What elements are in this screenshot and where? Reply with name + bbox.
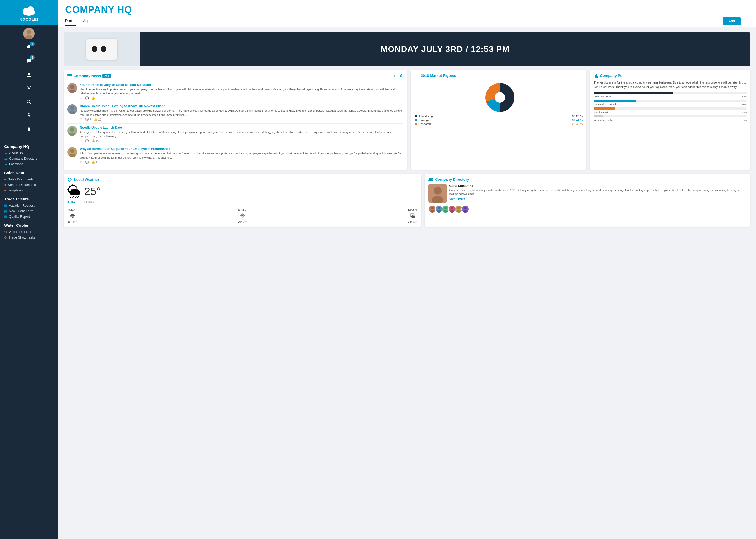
directory-featured-person: Carla Samantha Carla has been a system a… xyxy=(428,184,747,202)
news-heart-3[interactable]: ♡ xyxy=(80,139,83,143)
dir-mini-avatar-6[interactable] xyxy=(461,205,469,213)
news-like-4[interactable]: 👍 11 xyxy=(91,161,99,164)
people-icon xyxy=(26,72,32,77)
news-comment-2[interactable]: 💬 7 xyxy=(85,118,91,121)
add-button[interactable]: Add xyxy=(722,17,741,25)
advertising-dot xyxy=(415,115,417,117)
svg-point-55 xyxy=(464,206,466,209)
user-avatar[interactable] xyxy=(23,28,35,39)
market-legend: Advertising 38.20 % Strategies 32.44 % R… xyxy=(415,115,583,126)
delete-icon xyxy=(26,126,32,132)
news-delete-icon[interactable]: 🗑 xyxy=(400,74,404,78)
day-icon-may4: 🌤 xyxy=(408,212,417,219)
sidebar-item-shared-documents[interactable]: ● Shared Documents xyxy=(4,182,53,188)
svg-point-53 xyxy=(457,206,460,209)
research-dot xyxy=(415,123,417,125)
poll-widget-title: Company Poll xyxy=(594,74,747,78)
news-comment-1[interactable]: 💬 xyxy=(85,96,89,100)
news-text-4: A lot of companies are so focused on imp… xyxy=(80,152,404,159)
weather-current: 🌦 25° xyxy=(67,185,417,198)
new-client-label: New Client Form xyxy=(9,209,34,213)
poll-label-2: Farmeadow Grounds xyxy=(594,103,617,106)
day-icon-may3: ☀ xyxy=(238,212,247,219)
search-icon[interactable] xyxy=(23,96,35,108)
day-label-today: TODAY xyxy=(67,208,77,211)
tab-apps[interactable]: Apps xyxy=(83,19,91,26)
settings-icon[interactable] xyxy=(23,83,35,94)
messages-icon[interactable]: 2 xyxy=(23,55,35,67)
sidebar-item-quality-report[interactable]: ▦ Quality Report xyxy=(4,214,53,219)
news-comment-3[interactable]: 💬 xyxy=(85,139,89,143)
news-item-3: Noodle Update Launch Date An upgrade of … xyxy=(67,124,404,145)
news-comment-4[interactable]: 💬 xyxy=(85,161,89,164)
news-title-4[interactable]: Why an Intranet Can Upgrade Your Employe… xyxy=(80,147,404,151)
banner-date-text: MONDAY JULY 3RD / 12:53 PM xyxy=(140,32,750,66)
news-heart-4[interactable]: ♡ xyxy=(80,161,83,164)
news-like-2[interactable]: 👍 10 xyxy=(94,118,101,121)
news-like-3[interactable]: 👍 15 xyxy=(91,139,99,143)
svg-point-38 xyxy=(429,178,431,180)
svg-point-15 xyxy=(70,85,74,89)
sidebar-item-templates[interactable]: ● Templates xyxy=(4,188,53,193)
trash-icon[interactable] xyxy=(23,123,35,135)
sales-docs-icon: ● xyxy=(4,177,6,181)
featured-person-bio: Carla has been a system analyst with Noo… xyxy=(449,189,747,196)
weather-widget-icon xyxy=(67,177,72,182)
sidebar-item-company-directors[interactable]: ☁ Company Directors xyxy=(4,156,53,161)
content-area: MONDAY JULY 3RD / 12:53 PM Company News … xyxy=(58,27,756,539)
weather-tab-hourly[interactable]: HOURLY xyxy=(83,200,94,204)
about-us-label: About Us xyxy=(9,151,23,155)
legend-strategies: Strategies 32.44 % xyxy=(415,118,583,121)
news-reactions-2: ♡ 💬 7 👍 10 xyxy=(80,118,404,121)
svg-point-28 xyxy=(494,92,505,103)
poll-pct-1: 52% xyxy=(741,95,747,98)
quality-icon: ▦ xyxy=(4,215,7,218)
poll-widget: Company Poll The results are in for the … xyxy=(590,70,750,170)
news-heart-2[interactable]: ♡ xyxy=(80,118,83,121)
sidebar-item-about-us[interactable]: ☁ About Us xyxy=(4,150,53,156)
day-icon-today: 🌧 xyxy=(67,212,77,219)
more-options-icon[interactable]: ⋮ xyxy=(743,18,749,25)
sidebar-item-locations[interactable]: ☁ Locations xyxy=(4,161,53,167)
poll-bar-fill-2 xyxy=(594,100,637,102)
sidebar-item-trade-show[interactable]: ⊙ Trade Show Tasks xyxy=(4,235,53,240)
news-like-1[interactable]: 👍 6 xyxy=(91,96,97,100)
strategies-pct: 32.44 % xyxy=(572,118,583,121)
news-action-buttons: ⊟ 🗑 xyxy=(394,74,404,78)
contacts-icon[interactable] xyxy=(23,69,35,80)
sidebar-item-sales-documents[interactable]: ● Sales Documents xyxy=(4,177,53,182)
news-title-1[interactable]: Your Intranet Is Only as Good as Your Me… xyxy=(80,83,404,87)
notifications-icon[interactable]: 4 xyxy=(23,41,35,53)
sidebar-logo: NOODLE! xyxy=(0,0,58,25)
weather-tab-3day[interactable]: 3 DAY xyxy=(67,200,75,204)
messages-badge: 2 xyxy=(30,55,35,60)
featured-person-info: Carla Samantha Carla has been a system a… xyxy=(449,184,747,202)
news-title-3[interactable]: Noodle Update Launch Date xyxy=(80,126,404,129)
news-title-2[interactable]: Bloom Credit Union - Getting to Know Our… xyxy=(80,104,404,108)
day-label-may3: MAY 3 xyxy=(238,208,247,211)
directors-icon: ☁ xyxy=(4,157,8,161)
svg-point-54 xyxy=(456,210,461,213)
sidebar-item-vacation-request[interactable]: ▦ Vacation Request xyxy=(4,203,53,208)
news-avatar-4 xyxy=(67,147,77,157)
svg-point-47 xyxy=(437,206,440,209)
tab-portal[interactable]: Portal xyxy=(65,19,76,26)
news-add-button[interactable]: Add xyxy=(103,74,111,78)
poll-widget-icon xyxy=(594,74,598,78)
walk-icon xyxy=(26,113,32,118)
cloud-logo-icon xyxy=(22,5,36,16)
vaccine-label: Vacine Roll Out xyxy=(9,230,31,234)
poll-bar-track-3 xyxy=(594,108,747,110)
news-heart-1[interactable]: ♡ xyxy=(80,96,83,100)
activity-icon[interactable] xyxy=(23,110,35,121)
news-item-4: Why an Intranet Can Upgrade Your Employe… xyxy=(67,145,404,166)
news-filter-icon[interactable]: ⊟ xyxy=(394,74,398,78)
sidebar-item-vaccine[interactable]: ⊙ Vacine Roll Out xyxy=(4,229,53,235)
news-text-3: An upgrade of the system tech is being s… xyxy=(80,130,404,138)
view-profile-link[interactable]: View Profile xyxy=(449,197,747,200)
svg-line-9 xyxy=(30,103,31,104)
svg-rect-13 xyxy=(67,75,72,76)
strategies-label: Strategies xyxy=(418,118,431,121)
vacation-label: Vacation Request xyxy=(9,204,35,207)
sidebar-item-new-client-form[interactable]: ▦ New Client Form xyxy=(4,208,53,214)
